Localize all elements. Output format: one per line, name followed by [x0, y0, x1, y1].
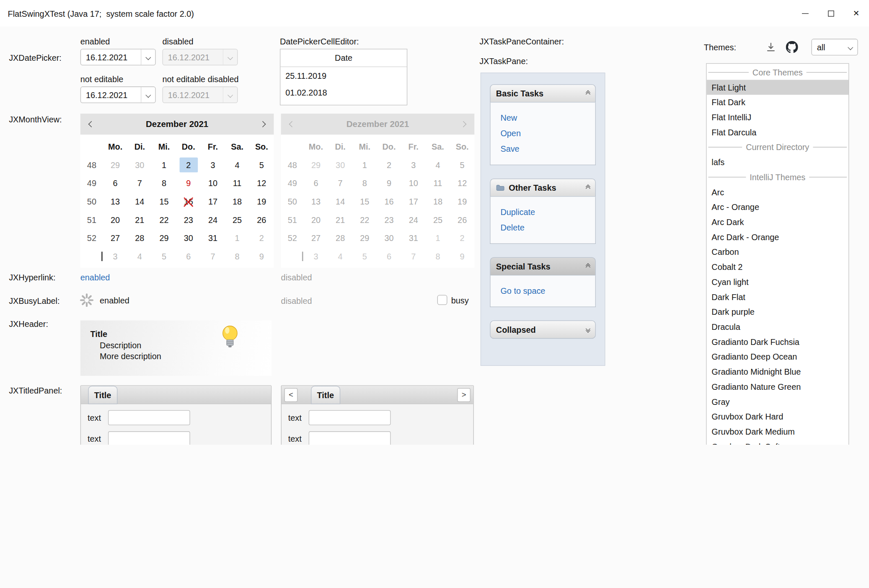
- close-window-button[interactable]: ✕: [843, 0, 869, 26]
- theme-list-item[interactable]: Arc: [706, 184, 848, 199]
- calendar-day-cell[interactable]: 27: [103, 229, 127, 247]
- calendar-day-cell[interactable]: 17: [201, 192, 225, 211]
- calendar-day-cell[interactable]: 21: [127, 211, 152, 229]
- datepicker-dropdown-button[interactable]: [141, 49, 155, 65]
- theme-list-item[interactable]: Dracula: [706, 319, 848, 334]
- taskpane-action[interactable]: Go to space: [500, 283, 595, 299]
- calendar-day-cell[interactable]: 5: [249, 156, 274, 174]
- calendar-day-cell[interactable]: 26: [249, 211, 274, 229]
- theme-list-item[interactable]: Gruvbox Dark Hard: [706, 409, 848, 424]
- calendar-day-cell[interactable]: 4: [127, 247, 152, 266]
- maximize-button[interactable]: [818, 0, 843, 26]
- theme-list-item[interactable]: Gradianto Midnight Blue: [706, 364, 848, 379]
- theme-list-item[interactable]: Gradianto Dark Fuchsia: [706, 334, 848, 350]
- calendar-day-cell[interactable]: 30: [176, 229, 201, 247]
- calendar-day-cell[interactable]: 18: [225, 192, 249, 211]
- text-input[interactable]: [309, 410, 391, 425]
- calendar-day-cell[interactable]: 25: [225, 211, 249, 229]
- calendar-day-cell[interactable]: 9: [176, 174, 201, 192]
- calendar-day-cell[interactable]: 31: [201, 229, 225, 247]
- date-column-header[interactable]: Date: [280, 49, 407, 67]
- calendar-day-cell[interactable]: 29: [152, 229, 176, 247]
- calendar-day-cell[interactable]: 24: [201, 211, 225, 229]
- next-month-button[interactable]: [255, 117, 270, 132]
- calendar-day-cell[interactable]: 28: [127, 229, 152, 247]
- datepicker-not-editable[interactable]: 16.12.2021: [80, 86, 156, 103]
- calendar-day-cell[interactable]: 3: [201, 156, 225, 174]
- datepicker-value[interactable]: 16.12.2021: [81, 52, 141, 62]
- calendar-day-cell[interactable]: 1: [152, 156, 176, 174]
- calendar-day-cell[interactable]: 11: [225, 174, 249, 192]
- taskpane-action[interactable]: Duplicate: [500, 205, 595, 220]
- theme-list-item[interactable]: Arc - Orange: [706, 199, 848, 215]
- calendar-day-cell[interactable]: 29: [103, 156, 127, 174]
- theme-list-item[interactable]: Arc Dark - Orange: [706, 230, 848, 245]
- calendar-day-cell[interactable]: 30: [127, 156, 152, 174]
- calendar-day-cell[interactable]: 1: [225, 229, 249, 247]
- minimize-button[interactable]: [792, 0, 818, 26]
- calendar-day-cell[interactable]: 19: [249, 192, 274, 211]
- theme-list-item[interactable]: Flat Darcula: [706, 125, 848, 140]
- table-row[interactable]: 01.02.2018: [280, 84, 407, 101]
- theme-list-item[interactable]: Dark purple: [706, 304, 848, 319]
- calendar-day-cell[interactable]: 8: [225, 247, 249, 266]
- calendar-day-cell[interactable]: 4: [225, 156, 249, 174]
- taskpane-action[interactable]: New: [500, 110, 595, 126]
- calendar-day-cell: 7: [401, 247, 426, 266]
- text-input[interactable]: [108, 410, 190, 425]
- calendar-day-cell[interactable]: 2: [176, 156, 201, 174]
- taskpane-header[interactable]: Other Tasks: [490, 179, 596, 197]
- theme-list-item[interactable]: Flat Dark: [706, 95, 848, 110]
- calendar-day-cell[interactable]: 14: [127, 192, 152, 211]
- calendar-day-cell[interactable]: 23: [176, 211, 201, 229]
- hyperlink-enabled[interactable]: enabled: [80, 273, 110, 282]
- theme-list-item[interactable]: Gruvbox Dark Medium: [706, 424, 848, 439]
- theme-list-item[interactable]: Arc Dark: [706, 215, 848, 230]
- text-input[interactable]: [309, 431, 391, 445]
- calendar-day-cell[interactable]: 22: [152, 211, 176, 229]
- theme-list-item[interactable]: Gruvbox Dark Soft: [706, 439, 848, 445]
- text-input[interactable]: [108, 431, 190, 445]
- calendar-day-cell[interactable]: 8: [152, 174, 176, 192]
- themes-filter-combo[interactable]: all: [811, 39, 858, 56]
- taskpane-header[interactable]: Basic Tasks: [490, 84, 596, 103]
- calendar-day-cell[interactable]: 13: [103, 192, 127, 211]
- taskpane-header[interactable]: Collapsed: [490, 321, 596, 339]
- taskpane-action[interactable]: Open: [500, 126, 595, 141]
- theme-list-item[interactable]: Flat IntelliJ: [706, 110, 848, 125]
- theme-list-item[interactable]: Carbon: [706, 244, 848, 259]
- download-themes-button[interactable]: [764, 40, 778, 54]
- calendar-day-cell[interactable]: 6: [103, 174, 127, 192]
- github-button[interactable]: [785, 40, 799, 54]
- busy-checkbox[interactable]: busy: [437, 295, 469, 305]
- calendar-day-cell[interactable]: 5: [152, 247, 176, 266]
- theme-list-item[interactable]: Gray: [706, 394, 848, 409]
- calendar-day-cell[interactable]: 7: [127, 174, 152, 192]
- datepicker-enabled[interactable]: 16.12.2021: [80, 49, 156, 65]
- datepicker-dropdown-button[interactable]: [141, 87, 155, 103]
- theme-list-item[interactable]: Gradianto Nature Green: [706, 379, 848, 394]
- taskpane-header[interactable]: Special Tasks: [490, 257, 596, 276]
- calendar-day-cell[interactable]: 16: [176, 192, 201, 211]
- previous-month-button[interactable]: [84, 117, 99, 132]
- table-row[interactable]: 25.11.2019: [280, 67, 407, 84]
- calendar-day-cell[interactable]: 7: [201, 247, 225, 266]
- titled-panel-right-button[interactable]: >: [457, 388, 471, 401]
- calendar-day-cell[interactable]: 3: [103, 247, 127, 266]
- calendar-day-cell[interactable]: 20: [103, 211, 127, 229]
- titled-panel-left-button[interactable]: <: [284, 388, 298, 401]
- theme-list-item[interactable]: Flat Light: [706, 80, 848, 95]
- calendar-day-cell[interactable]: 6: [176, 247, 201, 266]
- calendar-day-cell[interactable]: 12: [249, 174, 274, 192]
- theme-list-item[interactable]: lafs: [706, 155, 848, 170]
- taskpane-action[interactable]: Delete: [500, 220, 595, 236]
- calendar-day-cell[interactable]: 9: [249, 247, 274, 266]
- theme-list-item[interactable]: Cyan light: [706, 275, 848, 290]
- theme-list-item[interactable]: Dark Flat: [706, 289, 848, 304]
- taskpane-action[interactable]: Save: [500, 141, 595, 157]
- calendar-day-cell[interactable]: 15: [152, 192, 176, 211]
- calendar-day-cell[interactable]: 2: [249, 229, 274, 247]
- calendar-day-cell[interactable]: 10: [201, 174, 225, 192]
- theme-list-item[interactable]: Gradianto Deep Ocean: [706, 349, 848, 364]
- theme-list-item[interactable]: Cobalt 2: [706, 259, 848, 275]
